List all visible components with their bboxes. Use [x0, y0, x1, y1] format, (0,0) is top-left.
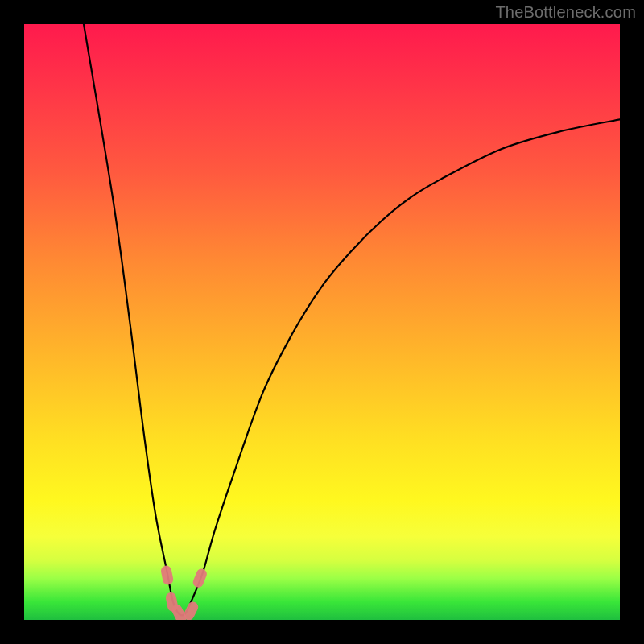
watermark-text: TheBottleneck.com: [495, 3, 636, 22]
chart-frame: TheBottleneck.com: [0, 0, 644, 644]
svg-rect-0: [160, 564, 174, 585]
marker-group: [160, 564, 208, 620]
marker-floor-right: [182, 600, 200, 620]
svg-rect-4: [192, 568, 208, 589]
marker-right-upper: [192, 568, 208, 589]
plot-area: [24, 24, 620, 620]
svg-rect-3: [182, 600, 200, 620]
marker-left-upper: [160, 564, 174, 585]
curve-layer: [24, 24, 620, 620]
bottleneck-curve: [84, 24, 620, 615]
